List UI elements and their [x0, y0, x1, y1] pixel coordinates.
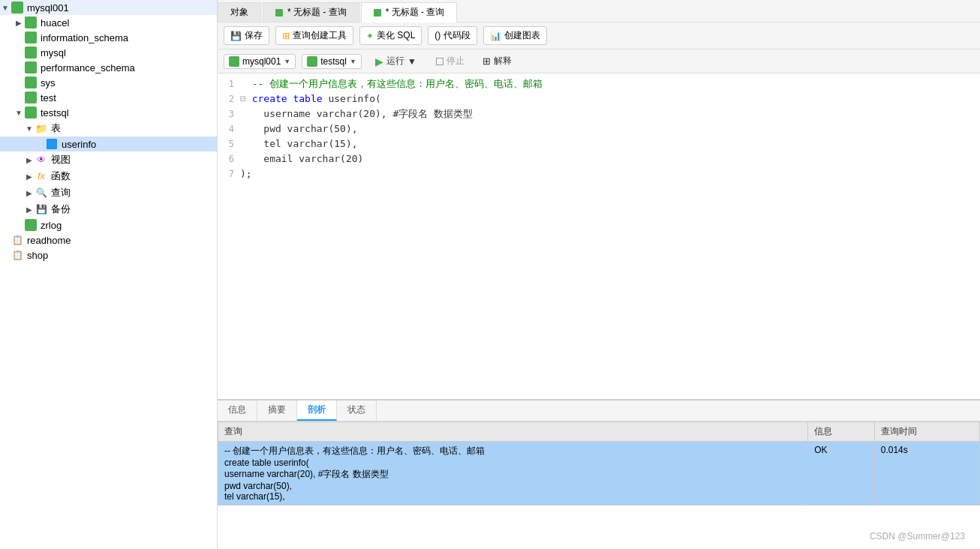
- code-snippet-button[interactable]: () 代码段: [428, 26, 476, 45]
- bottom-tab-1[interactable]: 摘要: [257, 400, 297, 421]
- line-content-1[interactable]: -- 创建一个用户信息表，有这些信息：用户名、密码、电话、邮箱: [240, 76, 980, 92]
- sidebar-item-mysql001[interactable]: ▼mysql001: [0, 0, 217, 15]
- sidebar-item-readhome[interactable]: 📋readhome: [0, 232, 217, 248]
- line-content-5[interactable]: tel varchar(15),: [240, 136, 980, 152]
- database-name: testsql: [320, 56, 347, 67]
- collapse-marker-2[interactable]: ⊟: [240, 93, 246, 104]
- sidebar-icon-db-green: [24, 62, 38, 74]
- line-content-6[interactable]: email varchar(20): [240, 152, 980, 166]
- content-area: 对象 * 无标题 - 查询* 无标题 - 查询 💾 保存 ⊞ 查询创建工具 ✦ …: [218, 0, 980, 549]
- code-line-5[interactable]: 5 tel varchar(15),: [218, 136, 980, 152]
- col-header-info: 信息: [808, 422, 874, 442]
- watermark: CSDN @Summer@123: [870, 531, 965, 542]
- database-green-icon: [307, 56, 317, 67]
- stop-square-icon: [436, 58, 443, 65]
- query-builder-icon: ⊞: [282, 31, 290, 41]
- line-content-2[interactable]: ⊟ create table userinfo(: [240, 92, 980, 106]
- result-query-0: -- 创建一个用户信息表，有这些信息：用户名、密码、电话、邮箱 create t…: [218, 442, 808, 506]
- sidebar-item-zrlog[interactable]: zrlog: [0, 218, 217, 232]
- sidebar-arrow-views: ▶: [24, 156, 35, 164]
- sidebar-label-mysql001: mysql001: [27, 2, 69, 14]
- sidebar-icon-db-green: [24, 32, 38, 44]
- line-number-7: 7: [218, 166, 240, 182]
- sidebar-arrow-queries: ▶: [24, 189, 35, 197]
- tab-icon-1: [374, 9, 381, 16]
- sidebar-item-tables[interactable]: ▼📁表: [0, 120, 217, 136]
- result-container: 查询 信息 查询时间 -- 创建一个用户信息表，有这些信息：用户名、密码、电话、…: [218, 422, 980, 549]
- code-line-4[interactable]: 4 pwd varchar(50),: [218, 122, 980, 136]
- line-number-3: 3: [218, 106, 240, 122]
- line-number-6: 6: [218, 152, 240, 166]
- sidebar-label-views: 视图: [51, 153, 71, 166]
- sidebar-item-queries[interactable]: ▶🔍查询: [0, 184, 217, 201]
- stop-button[interactable]: 停止: [430, 53, 470, 69]
- app-container: ▼mysql001▶huacelinformation_schemamysqlp…: [0, 0, 980, 549]
- save-label: 保存: [245, 29, 263, 42]
- bottom-tab-0[interactable]: 信息: [218, 400, 257, 421]
- connection-selector[interactable]: mysql001 ▼: [224, 54, 296, 69]
- line-content-7[interactable]: );: [240, 166, 980, 182]
- bottom-tab-3[interactable]: 状态: [337, 400, 377, 421]
- line-content-3[interactable]: username varchar(20), #字段名 数据类型: [240, 106, 980, 122]
- sidebar: ▼mysql001▶huacelinformation_schemamysqlp…: [0, 0, 218, 549]
- sidebar-item-backup[interactable]: ▶💾备份: [0, 201, 217, 218]
- query-tab-0[interactable]: * 无标题 - 查询: [263, 2, 359, 22]
- sidebar-item-huacel[interactable]: ▶huacel: [0, 15, 217, 30]
- code-line-6[interactable]: 6 email varchar(20): [218, 152, 980, 166]
- connection-arrow-icon: ▼: [284, 58, 290, 65]
- sidebar-item-sys[interactable]: sys: [0, 75, 217, 90]
- sidebar-item-views[interactable]: ▶👁视图: [0, 152, 217, 168]
- sidebar-item-functions[interactable]: ▶fx函数: [0, 168, 217, 184]
- sidebar-label-huacel: huacel: [41, 17, 69, 28]
- sidebar-label-queries: 查询: [51, 186, 71, 200]
- run-dropdown-icon: ▼: [407, 56, 416, 67]
- sidebar-label-functions: 函数: [51, 170, 71, 183]
- create-chart-label: 创建图表: [504, 29, 540, 42]
- explain-label: 解释: [494, 55, 512, 68]
- beautify-button[interactable]: ✦ 美化 SQL: [359, 26, 422, 45]
- sidebar-icon-db-green: [11, 2, 24, 14]
- result-table: 查询 信息 查询时间 -- 创建一个用户信息表，有这些信息：用户名、密码、电话、…: [218, 422, 980, 506]
- sidebar-item-userinfo[interactable]: userinfo: [0, 136, 217, 152]
- run-play-icon: ▶: [375, 56, 383, 68]
- sidebar-item-performance_schema[interactable]: performance_schema: [0, 60, 217, 75]
- explain-button[interactable]: ⊞ 解释: [476, 53, 518, 69]
- sidebar-item-test[interactable]: test: [0, 90, 217, 105]
- query-tab-1[interactable]: * 无标题 - 查询: [361, 2, 458, 22]
- line-content-4[interactable]: pwd varchar(50),: [240, 122, 980, 136]
- create-chart-button[interactable]: 📊 创建图表: [483, 26, 547, 45]
- sidebar-label-userinfo: userinfo: [62, 139, 96, 150]
- save-button[interactable]: 💾 保存: [224, 26, 269, 45]
- sidebar-icon-db-green: [24, 106, 38, 118]
- sidebar-item-mysql[interactable]: mysql: [0, 45, 217, 60]
- line-number-1: 1: [218, 76, 240, 92]
- result-row-0[interactable]: -- 创建一个用户信息表，有这些信息：用户名、密码、电话、邮箱 create t…: [218, 442, 980, 506]
- sidebar-item-testsql[interactable]: ▼testsql: [0, 105, 217, 120]
- code-line-2[interactable]: 2⊟ create table userinfo(: [218, 92, 980, 106]
- bottom-panel: 信息摘要剖析状态 查询 信息 查询时间 -- 创建一个用户信息表，有这些信息：用…: [218, 399, 980, 549]
- tab-bar: 对象 * 无标题 - 查询* 无标题 - 查询: [218, 0, 980, 22]
- run-button[interactable]: ▶ 运行 ▼: [368, 53, 424, 69]
- query-builder-button[interactable]: ⊞ 查询创建工具: [275, 26, 353, 45]
- database-selector[interactable]: testsql ▼: [302, 54, 362, 69]
- connection-name: mysql001: [242, 56, 281, 67]
- bottom-tab-2[interactable]: 剖析: [297, 400, 337, 421]
- line-number-4: 4: [218, 122, 240, 136]
- code-snippet-label: () 代码段: [434, 29, 470, 42]
- sidebar-icon-db-green: [24, 92, 38, 104]
- result-time-0: 0.014s: [874, 442, 979, 506]
- sidebar-icon-query: 🔍: [35, 187, 48, 199]
- code-line-7[interactable]: 7);: [218, 166, 980, 182]
- sidebar-item-shop[interactable]: 📋shop: [0, 248, 217, 262]
- tab-object[interactable]: 对象: [218, 2, 261, 22]
- sidebar-icon-table: [45, 138, 59, 150]
- code-line-3[interactable]: 3 username varchar(20), #字段名 数据类型: [218, 106, 980, 122]
- code-editor[interactable]: 1 -- 创建一个用户信息表，有这些信息：用户名、密码、电话、邮箱2⊟ crea…: [218, 74, 980, 399]
- sidebar-icon-db-green: [24, 16, 38, 28]
- sidebar-icon-db-green: [24, 46, 38, 58]
- sidebar-item-information_schema[interactable]: information_schema: [0, 30, 217, 45]
- code-line-1[interactable]: 1 -- 创建一个用户信息表，有这些信息：用户名、密码、电话、邮箱: [218, 76, 980, 92]
- sidebar-label-performance_schema: performance_schema: [41, 62, 135, 74]
- sidebar-label-sys: sys: [41, 77, 56, 88]
- beautify-icon: ✦: [366, 31, 374, 41]
